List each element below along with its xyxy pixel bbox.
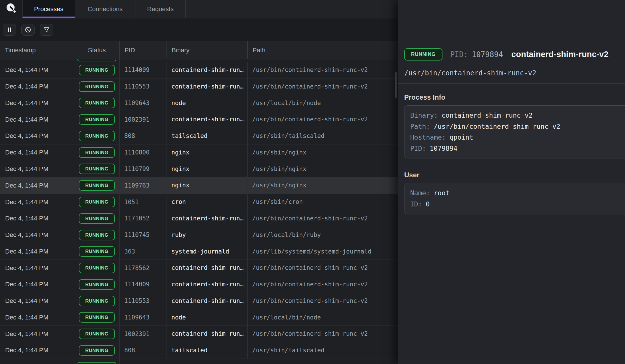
- clipped-status-badge: [77, 362, 116, 364]
- status-cell: RUNNING: [74, 293, 120, 309]
- field-line: Name:root: [410, 188, 625, 199]
- status-badge: RUNNING: [79, 246, 115, 257]
- timestamp-cell: Dec 4, 1:44 PM: [0, 293, 74, 309]
- path-cell: /usr/bin/containerd-shim-runc-v2: [248, 111, 398, 128]
- timestamp-cell: Dec 4, 1:44 PM: [0, 177, 74, 194]
- timestamp-cell: Dec 4, 1:44 PM: [0, 111, 74, 128]
- partial-cell: [0, 359, 74, 364]
- path-cell: /usr/local/bin/node: [248, 95, 398, 111]
- table-row[interactable]: Dec 4, 1:44 PM RUNNING 1051 cron /usr/sb…: [0, 194, 398, 210]
- table-row[interactable]: Dec 4, 1:44 PM RUNNING 808 tailscaled /u…: [0, 342, 398, 359]
- path-cell: /usr/sbin/cron: [248, 194, 398, 210]
- pid-cell: 1110745: [120, 227, 167, 243]
- tab-label: Connections: [88, 5, 123, 13]
- timestamp-cell: Dec 4, 1:44 PM: [0, 95, 74, 111]
- pause-icon: [6, 27, 13, 33]
- binary-cell: containerd-shim-runc-v2: [167, 276, 248, 293]
- binary-cell: node: [167, 95, 248, 111]
- table-row[interactable]: Dec 4, 1:44 PM RUNNING 1109643 node /usr…: [0, 95, 398, 112]
- panel-secondary-strip: [398, 18, 625, 41]
- tab-connections[interactable]: Connections: [75, 0, 135, 18]
- table-row[interactable]: Dec 4, 1:44 PM RUNNING 1109763 nginx /us…: [0, 177, 398, 194]
- table-row[interactable]: Dec 4, 1:44 PM RUNNING 1110800 nginx /us…: [0, 144, 398, 161]
- table-row[interactable]: Dec 4, 1:44 PM RUNNING 1114009 container…: [0, 276, 398, 293]
- status-badge: RUNNING: [79, 114, 115, 125]
- pause-button[interactable]: [3, 24, 16, 36]
- binary-cell: containerd-shim-runc-v2: [167, 260, 248, 276]
- table-row[interactable]: Dec 4, 1:44 PM RUNNING 1110553 container…: [0, 79, 398, 95]
- pid-cell: 1109763: [120, 177, 167, 194]
- pid-cell: 1110553: [120, 79, 167, 95]
- status-badge: RUNNING: [79, 65, 115, 75]
- field-value: qpoint: [450, 134, 473, 141]
- panel-section: Process Info Binary:containerd-shim-runc…: [398, 93, 625, 158]
- table-scrollbar-thumb[interactable]: [395, 72, 397, 98]
- column-header-path: Path: [248, 41, 398, 59]
- clipped-status-badge: [77, 59, 116, 61]
- field-value: 0: [426, 200, 430, 208]
- status-badge: RUNNING: [79, 230, 115, 240]
- binary-cell: node: [167, 309, 248, 325]
- partial-row-top: [0, 59, 398, 62]
- path-cell: /usr/bin/containerd-shim-runc-v2: [248, 293, 398, 309]
- table-row[interactable]: Dec 4, 1:44 PM RUNNING 1002391 container…: [0, 111, 398, 128]
- table-body: Dec 4, 1:44 PM RUNNING 1114009 container…: [0, 62, 398, 359]
- path-cell: /usr/bin/containerd-shim-runc-v2: [248, 62, 398, 78]
- status-badge: RUNNING: [79, 81, 115, 92]
- app-logo: [0, 0, 23, 18]
- info-card: Binary:containerd-shim-runc-v2 Path:/usr…: [404, 105, 625, 158]
- timestamp-cell: Dec 4, 1:44 PM: [0, 144, 74, 161]
- table-row[interactable]: Dec 4, 1:44 PM RUNNING 1171052 container…: [0, 210, 398, 227]
- path-cell: /usr/bin/containerd-shim-runc-v2: [248, 276, 398, 293]
- table-row[interactable]: Dec 4, 1:44 PM RUNNING 1110553 container…: [0, 293, 398, 309]
- binary-cell: containerd-shim-runc-v2: [167, 79, 248, 95]
- binary-cell: containerd-shim-runc-v2: [167, 210, 248, 227]
- field-line: Hostname:qpoint: [410, 132, 625, 143]
- filter-icon: [43, 26, 50, 33]
- timestamp-cell: Dec 4, 1:44 PM: [0, 128, 74, 144]
- partial-status-cell: [74, 359, 120, 364]
- status-badge: RUNNING: [79, 131, 115, 141]
- table-row[interactable]: Dec 4, 1:44 PM RUNNING 1110745 ruby /usr…: [0, 227, 398, 244]
- table-row[interactable]: Dec 4, 1:44 PM RUNNING 1110799 nginx /us…: [0, 161, 398, 178]
- filter-button[interactable]: [40, 24, 53, 36]
- table-row[interactable]: Dec 4, 1:44 PM RUNNING 1002391 container…: [0, 326, 398, 342]
- clear-button[interactable]: [21, 24, 35, 36]
- path-cell: /usr/bin/containerd-shim-runc-v2: [248, 79, 398, 95]
- timestamp-cell: Dec 4, 1:44 PM: [0, 79, 74, 95]
- active-tab-underline: [23, 17, 75, 18]
- table-row[interactable]: Dec 4, 1:44 PM RUNNING 1114009 container…: [0, 62, 398, 79]
- pid-cell: 1109643: [120, 309, 167, 325]
- ban-icon: [25, 26, 31, 33]
- pid-cell: 363: [120, 243, 167, 260]
- path-cell: /usr/local/bin/ruby: [248, 227, 398, 243]
- path-cell: /usr/sbin/tailscaled: [248, 128, 398, 144]
- pid-value: 1079894: [472, 50, 503, 59]
- status-badge: RUNNING: [79, 279, 115, 290]
- table-row[interactable]: Dec 4, 1:44 PM RUNNING 363 systemd-journ…: [0, 243, 398, 260]
- table-row[interactable]: Dec 4, 1:44 PM RUNNING 1109643 node /usr…: [0, 309, 398, 326]
- field-value: /usr/bin/containerd-shim-runc-v2: [434, 123, 560, 130]
- status-badge: RUNNING: [79, 312, 115, 323]
- tab-requests[interactable]: Requests: [135, 0, 186, 18]
- status-cell: RUNNING: [74, 177, 120, 194]
- timestamp-cell: Dec 4, 1:44 PM: [0, 194, 74, 210]
- timestamp-cell: Dec 4, 1:44 PM: [0, 326, 74, 342]
- path-cell: /usr/sbin/nginx: [248, 161, 398, 177]
- table-row[interactable]: Dec 4, 1:44 PM RUNNING 1178562 container…: [0, 260, 398, 276]
- timestamp-cell: Dec 4, 1:44 PM: [0, 227, 74, 243]
- field-label: Name:: [410, 189, 430, 197]
- table-row[interactable]: Dec 4, 1:44 PM RUNNING 808 tailscaled /u…: [0, 128, 398, 144]
- timestamp-cell: Dec 4, 1:44 PM: [0, 62, 74, 78]
- status-badge: RUNNING: [79, 197, 115, 207]
- binary-cell: containerd-shim-runc-v2: [167, 111, 248, 128]
- partial-row-bottom: [0, 359, 398, 364]
- panel-pid: PID:1079894: [450, 50, 503, 59]
- tab-processes[interactable]: Processes: [23, 0, 75, 18]
- pid-cell: 1114009: [120, 276, 167, 293]
- status-cell: RUNNING: [74, 342, 120, 359]
- pid-cell: 1178562: [120, 260, 167, 276]
- status-cell: RUNNING: [74, 128, 120, 144]
- path-cell: /usr/sbin/nginx: [248, 177, 398, 194]
- path-cell: /usr/sbin/nginx: [248, 144, 398, 161]
